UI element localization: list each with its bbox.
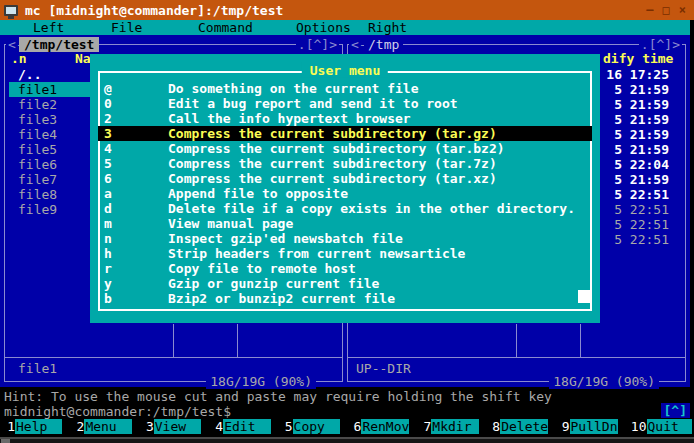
user-menu-item[interactable]: rCopy file to remote host [90, 261, 600, 276]
user-menu-item[interactable]: bBzip2 or bunzip2 current file [90, 291, 600, 306]
left-panel-free-space: 18G/19G (90%) [206, 374, 316, 389]
menu-left[interactable]: Left [33, 20, 64, 35]
fkey-pulldn[interactable]: 9PullDn [555, 419, 624, 434]
window-bottom-edge [0, 437, 694, 443]
fkey-quit[interactable]: 10Quit [625, 419, 694, 434]
user-menu-item[interactable]: dDelete file if a copy exists in the oth… [90, 201, 600, 216]
fkey-edit[interactable]: 4Edit [208, 419, 277, 434]
left-panel-sort-indicator[interactable]: .n [11, 51, 27, 66]
user-menu-item[interactable]: @Do something on the current file [90, 81, 600, 96]
fkey-delete[interactable]: 8Delete [486, 419, 555, 434]
user-menu-item[interactable]: aAppend file to opposite [90, 186, 600, 201]
user-menu-item[interactable]: 0Edit a bug report and send it to root [90, 96, 600, 111]
menu-bar: Left File Command Options Right [0, 20, 690, 35]
menu-options[interactable]: Options [296, 20, 351, 35]
terminal-app-icon [4, 5, 18, 16]
left-panel-corner-marks-icon[interactable]: .[^]> [296, 37, 339, 52]
hint-line: Hint: To use the mouse cut and paste may… [4, 389, 552, 404]
fkey-menu[interactable]: 2Menu [69, 419, 138, 434]
user-menu-items: @Do something on the current file 0Edit … [90, 81, 600, 306]
right-panel-mtime-column-header[interactable]: dify time [603, 51, 673, 66]
fkey-help[interactable]: 1Help [0, 419, 69, 434]
column-separator [516, 324, 517, 358]
user-menu-item[interactable]: 4Compress the current subdirectory (tar.… [90, 141, 600, 156]
user-menu-dialog: User menu @Do something on the current f… [90, 54, 600, 323]
right-panel-free-space: 18G/19G (90%) [549, 374, 659, 389]
minimize-icon[interactable]: – [646, 0, 653, 20]
user-menu-item[interactable]: 6Compress the current subdirectory (tar.… [90, 171, 600, 186]
panel-separator-line [348, 357, 685, 358]
close-icon[interactable]: × [679, 0, 686, 20]
fkey-renmov[interactable]: 6RenMov [347, 419, 416, 434]
menu-right[interactable]: Right [368, 20, 407, 35]
panel-separator-line [5, 357, 342, 358]
dialog-title: User menu [302, 63, 388, 78]
fkey-mkdir[interactable]: 7Mkdir [416, 419, 485, 434]
user-menu-item[interactable]: mView manual page [90, 216, 600, 231]
right-panel-corner-marks-icon[interactable]: .[^]> [639, 37, 682, 52]
column-separator [173, 324, 174, 358]
right-panel-mini-status: UP--DIR [356, 361, 411, 376]
window-controls: – □ × [646, 0, 686, 20]
show-panels-badge[interactable]: [^] [661, 403, 690, 418]
fkey-view[interactable]: 3View [139, 419, 208, 434]
user-menu-item[interactable]: 2Call the info hypertext browser [90, 111, 600, 126]
right-panel-path[interactable]: /tmp [364, 37, 403, 52]
window-titlebar: mc [midnight@commander]:/tmp/test – □ × [0, 0, 694, 20]
user-menu-item-selected[interactable]: 3Compress the current subdirectory (tar.… [90, 126, 600, 141]
text-cursor [578, 290, 590, 303]
menu-file[interactable]: File [111, 20, 142, 35]
user-menu-item[interactable]: hStrip headers from current newsarticle [90, 246, 600, 261]
menu-command[interactable]: Command [198, 20, 253, 35]
window-title: mc [midnight@commander]:/tmp/test [25, 3, 283, 18]
maximize-icon[interactable]: □ [663, 0, 670, 20]
left-panel-mini-status: file1 [18, 361, 57, 376]
shell-prompt[interactable]: midnight@commander:/tmp/test$ [4, 404, 231, 419]
function-key-bar: 1Help 2Menu 3View 4Edit 5Copy 6RenMov 7M… [0, 419, 694, 434]
column-separator [237, 324, 238, 358]
user-menu-item[interactable]: 5Compress the current subdirectory (tar.… [90, 156, 600, 171]
left-panel-path-tab[interactable]: /tmp/test [19, 37, 99, 52]
column-separator [580, 324, 581, 358]
user-menu-item[interactable]: yGzip or gunzip current file [90, 276, 600, 291]
fkey-copy[interactable]: 5Copy [278, 419, 347, 434]
user-menu-item[interactable]: nInspect gzip'ed newsbatch file [90, 231, 600, 246]
